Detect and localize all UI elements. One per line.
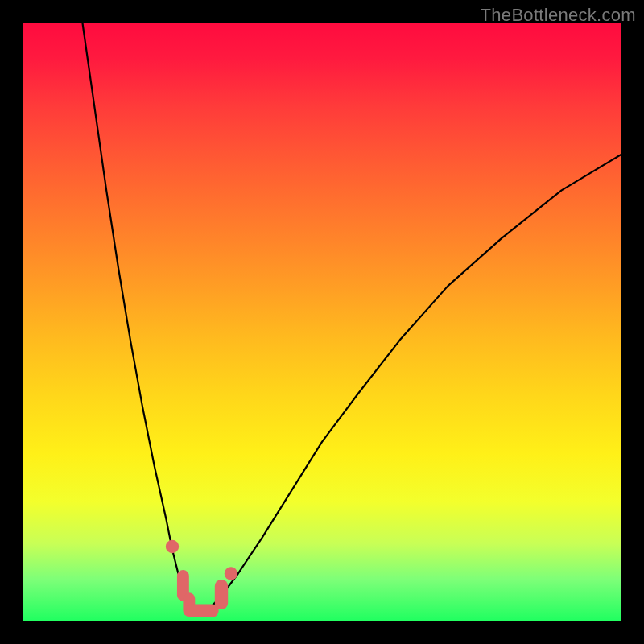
trough-marker-5 bbox=[225, 567, 237, 580]
trough-marker-3 bbox=[186, 604, 219, 617]
trough-marker-0 bbox=[166, 540, 179, 553]
trough-marker-4 bbox=[215, 580, 228, 609]
series-right-curve bbox=[208, 155, 621, 609]
marker-group bbox=[166, 540, 237, 617]
chart-frame: TheBottleneck.com bbox=[0, 0, 644, 644]
curve-group bbox=[82, 23, 621, 609]
series-left-curve bbox=[82, 23, 196, 609]
plot-area bbox=[23, 23, 621, 621]
curve-overlay bbox=[23, 23, 621, 621]
